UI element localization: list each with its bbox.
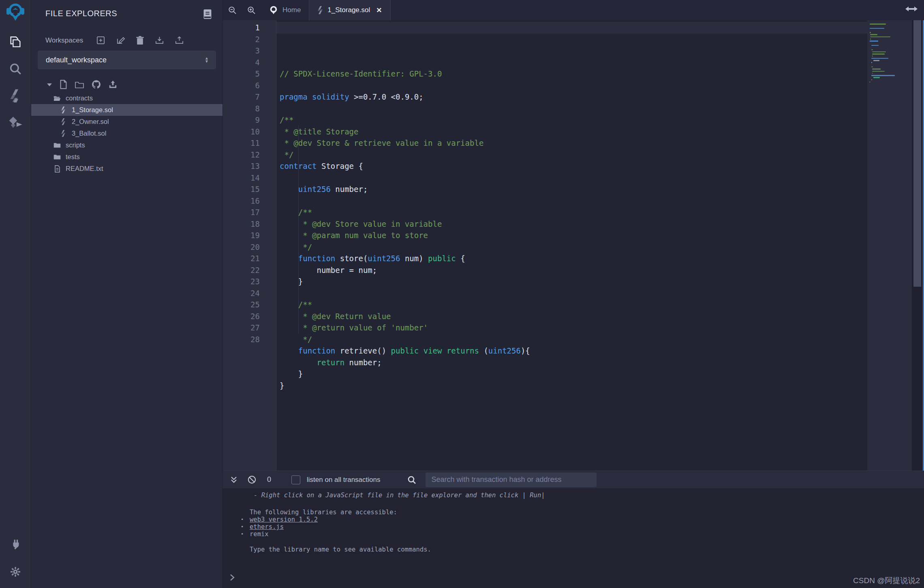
- tree-item-label: scripts: [66, 141, 85, 149]
- line-number: 1: [223, 22, 260, 34]
- upload-workspace-icon[interactable]: [175, 36, 184, 45]
- line-number: 2: [223, 34, 260, 45]
- minimap-line: [871, 45, 878, 46]
- code-line-27: }: [280, 368, 867, 380]
- expand-terminal-icon[interactable]: [230, 476, 237, 484]
- line-number: 4: [223, 57, 260, 68]
- code-line-23: * @return value of 'number': [280, 322, 867, 334]
- code-line-16: */: [280, 241, 867, 253]
- tree-item-tests[interactable]: tests: [31, 151, 222, 163]
- tab-home[interactable]: Home: [261, 0, 309, 20]
- library-label: remix: [250, 530, 269, 538]
- code-line-18: number = num;: [280, 264, 867, 276]
- delete-workspace-icon[interactable]: [136, 36, 144, 45]
- minimap-line: [871, 79, 872, 81]
- solidity-compiler-icon[interactable]: [6, 87, 24, 104]
- settings-gear-icon[interactable]: [6, 563, 24, 581]
- minimap-line: [872, 55, 873, 57]
- solidity-icon: [60, 130, 67, 137]
- tab-1-storage-sol[interactable]: 1_Storage.sol ✕: [309, 0, 390, 20]
- code-line-19: }: [280, 276, 867, 288]
- code-area[interactable]: // SPDX-License-Identifier: GPL-3.0 prag…: [276, 20, 867, 471]
- line-number: 11: [223, 137, 260, 149]
- terminal-search-icon: [407, 475, 417, 485]
- tab-close-icon[interactable]: ✕: [376, 6, 382, 15]
- clear-console-icon[interactable]: [247, 475, 257, 484]
- tree-item-2-owner-sol[interactable]: 2_Owner.sol: [31, 116, 222, 128]
- code-line-7: * @dev Store & retrieve value in a varia…: [280, 137, 867, 149]
- terminal-output[interactable]: - Right click on a JavaScript file in th…: [223, 488, 924, 588]
- terminal-type-hint: Type the library name to see available c…: [250, 546, 924, 553]
- line-number: 16: [223, 195, 260, 207]
- minimap-line: [871, 75, 895, 76]
- folder-open-icon: [53, 95, 61, 102]
- library-link[interactable]: web3 version 1.5.2: [250, 516, 318, 523]
- rename-workspace-icon[interactable]: [116, 36, 125, 45]
- line-number: 20: [223, 241, 260, 253]
- remix-logo-icon[interactable]: [6, 2, 24, 20]
- minimap-line: [871, 58, 888, 59]
- download-workspace-icon[interactable]: [155, 36, 164, 45]
- github-clone-icon[interactable]: [92, 80, 101, 89]
- library-item: •ethers.js: [250, 523, 924, 530]
- plugin-manager-icon[interactable]: [6, 535, 24, 553]
- tree-item-contracts[interactable]: contracts: [31, 92, 222, 104]
- tree-item-label: 1_Storage.sol: [72, 106, 113, 114]
- minimap-line: [872, 51, 886, 53]
- tab-home-label: Home: [282, 6, 301, 14]
- code-line-15: * @param num value to store: [280, 230, 867, 241]
- minimap-line: [873, 77, 880, 78]
- file-tree: contracts1_Storage.sol2_Owner.sol3_Ballo…: [31, 92, 222, 175]
- icon-sidebar: [0, 0, 31, 588]
- line-number: 21: [223, 253, 260, 264]
- create-workspace-icon[interactable]: [96, 36, 105, 45]
- tree-item-label: tests: [66, 153, 80, 161]
- scrollbar-thumb[interactable]: [913, 20, 921, 287]
- collapse-caret-icon[interactable]: [47, 83, 52, 87]
- editor-tabbar: Home 1_Storage.sol ✕: [223, 0, 924, 20]
- new-folder-icon[interactable]: [75, 81, 84, 89]
- bullet-icon: •: [241, 523, 246, 530]
- search-icon[interactable]: [6, 60, 24, 78]
- vertical-scrollbar[interactable]: [912, 20, 923, 471]
- terminal-panel: 0 listen on all transactions - Right cli…: [223, 471, 924, 588]
- tree-item-readme-txt[interactable]: README.txt: [31, 163, 222, 175]
- new-file-icon[interactable]: [60, 80, 67, 89]
- minimap-line: [870, 36, 890, 38]
- code-editor[interactable]: 1234567891011121314151617181920212223242…: [223, 20, 924, 471]
- docs-book-icon[interactable]: [203, 9, 212, 19]
- terminal-prompt-icon[interactable]: [229, 573, 235, 582]
- workspace-select[interactable]: default_workspace ▲▼: [38, 51, 216, 69]
- workspaces-row: Workspaces: [31, 19, 222, 45]
- transaction-count-badge: 0: [267, 475, 271, 484]
- panel-title: FILE EXPLORERS: [45, 9, 117, 18]
- code-line-24: */: [280, 334, 867, 345]
- zoom-out-icon[interactable]: [223, 0, 242, 20]
- minimap-line: [870, 81, 870, 83]
- minimap[interactable]: [867, 20, 912, 471]
- zoom-in-icon[interactable]: [242, 0, 261, 20]
- workspaces-label: Workspaces: [45, 36, 83, 45]
- code-line-26: return number;: [280, 357, 867, 369]
- code-line-25: function retrieve() public view returns …: [280, 345, 867, 357]
- line-number: 27: [223, 322, 260, 334]
- deploy-run-icon[interactable]: [6, 113, 24, 131]
- resize-horizontal-icon[interactable]: [905, 6, 918, 12]
- tree-item-3-ballot-sol[interactable]: 3_Ballot.sol: [31, 128, 222, 139]
- library-link[interactable]: ethers.js: [250, 523, 284, 530]
- file-explorer-icon[interactable]: [6, 33, 24, 51]
- tree-item-1-storage-sol[interactable]: 1_Storage.sol: [31, 104, 222, 116]
- line-number: 24: [223, 288, 260, 299]
- publish-gist-icon[interactable]: [108, 80, 118, 89]
- minimap-line: [870, 23, 886, 25]
- listen-transactions-checkbox[interactable]: [291, 475, 300, 484]
- solidity-file-icon: [317, 6, 323, 14]
- tree-item-label: README.txt: [66, 165, 103, 173]
- tree-item-scripts[interactable]: scripts: [31, 139, 222, 151]
- minimap-line: [870, 32, 871, 33]
- tree-item-label: 2_Owner.sol: [72, 118, 109, 126]
- library-list: •web3 version 1.5.2•ethers.js•remix: [250, 516, 924, 538]
- transaction-search-input[interactable]: [426, 473, 597, 487]
- current-line-highlight: [276, 22, 867, 34]
- code-line-4: [280, 103, 867, 115]
